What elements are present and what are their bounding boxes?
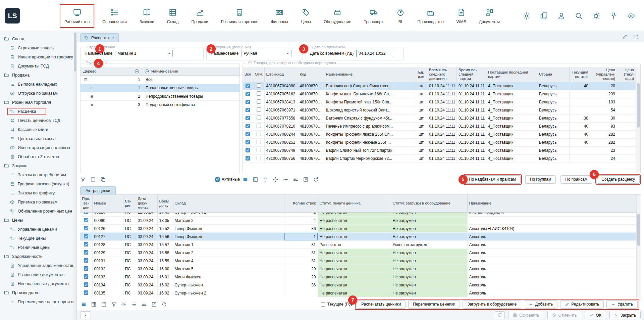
list-plus-icon[interactable] bbox=[141, 302, 147, 307]
sidebar-scrollbar[interactable] bbox=[73, 32, 76, 320]
ok-button[interactable]: ОК bbox=[585, 311, 606, 319]
cancel-button[interactable]: Отменить bbox=[547, 311, 582, 319]
sidebar-item-centralnaya-kassa[interactable]: Центральная касса bbox=[0, 134, 76, 143]
sidebar-item-grafiki-zakazov-zakupka[interactable]: Графики заказов (закупка) bbox=[0, 179, 76, 188]
sku-group-row[interactable]: ⊟1Все bbox=[80, 76, 239, 84]
sku-col-name[interactable]: Наименование bbox=[151, 69, 178, 73]
calendar-icon[interactable] bbox=[101, 302, 107, 307]
act-row[interactable]: 00129ПС03.09.2415:58Магазин 231Не распеч… bbox=[80, 249, 636, 257]
goods-mark-checkbox[interactable] bbox=[257, 140, 261, 144]
nav-item-sales[interactable]: Продажи bbox=[187, 4, 213, 28]
sidebar-section-sklad[interactable]: Склад bbox=[0, 34, 76, 43]
act-posted-checkbox[interactable] bbox=[84, 274, 88, 279]
more-menu-button[interactable]: ⋮ bbox=[80, 311, 91, 319]
sku-group-row[interactable]: ⊕2Непродовольственные товары bbox=[80, 92, 239, 101]
load-to-equipment-button[interactable]: Загрузить в оборудование bbox=[463, 300, 521, 309]
nav-item-purchases[interactable]: Закупки bbox=[135, 4, 159, 28]
goods-mark-checkbox[interactable] bbox=[257, 132, 261, 136]
export-icon[interactable] bbox=[151, 302, 157, 307]
datetime-input[interactable]: 04.10.24 10:32 bbox=[356, 50, 393, 57]
sort-up-icon[interactable] bbox=[135, 69, 140, 74]
act-scrollbar-thumb[interactable] bbox=[637, 214, 640, 246]
edit-button[interactable]: Редактировать bbox=[560, 300, 604, 309]
settings-gear-icon[interactable] bbox=[522, 12, 531, 20]
current-f6-checkbox[interactable]: Текущие (F6) bbox=[321, 302, 352, 307]
goods-mark-checkbox[interactable] bbox=[257, 116, 261, 120]
act-row[interactable]: 00134ПС03.09.2416:02Супер-Фьюжен36Не рас… bbox=[80, 281, 636, 289]
goods-row[interactable]: 481006708075648100670…Вафли Спартак Черн… bbox=[243, 154, 636, 163]
active-checkbox-box[interactable] bbox=[215, 177, 220, 182]
nav-item-documents[interactable]: Документы bbox=[474, 4, 504, 28]
sidebar-section-prodazha[interactable]: Продажа bbox=[0, 71, 76, 80]
goods-row[interactable]: 481006700408048100670…Батончик ваф.Спарт… bbox=[243, 82, 636, 90]
act-posted-checkbox[interactable] bbox=[84, 218, 88, 222]
refresh2-icon[interactable] bbox=[161, 302, 167, 307]
settings-gear-icon[interactable] bbox=[121, 302, 127, 307]
fullscreen-icon[interactable] bbox=[633, 34, 639, 40]
create-rascenka-button[interactable]: Создать расценку bbox=[597, 175, 640, 184]
act-row[interactable]: 00131ПС03.09.2415:59Магазин 431Не распеч… bbox=[80, 257, 636, 265]
goods-mark-checkbox[interactable] bbox=[257, 156, 261, 160]
nav-item-finance[interactable]: Финансы bbox=[266, 4, 292, 28]
tree-toggle-icon[interactable]: ● bbox=[89, 102, 95, 107]
delete-button[interactable]: Удалить bbox=[606, 300, 638, 309]
act-row[interactable]: 00126ПС03.09.2415:52Гипер-Фьюжен36Не рас… bbox=[80, 225, 636, 233]
goods-include-checkbox[interactable] bbox=[246, 132, 250, 136]
act-posted-checkbox[interactable] bbox=[84, 234, 88, 238]
sidebar-item-roznichnye-ceny[interactable]: Розничные цены bbox=[0, 243, 76, 252]
panel-icon[interactable] bbox=[90, 177, 96, 182]
sidebar-item-otgruzka-po-zakazam[interactable]: Отгрузка по заказам bbox=[0, 89, 76, 98]
act-col-load-status[interactable]: Статус загрузки в оборудование bbox=[391, 195, 467, 212]
funnel-icon[interactable] bbox=[111, 302, 117, 307]
act-col-doc-date[interactable]: Дата доку-мента bbox=[136, 195, 157, 212]
nav-item-wms[interactable]: WMS bbox=[452, 4, 471, 28]
add-button[interactable]: Добавить bbox=[524, 300, 557, 309]
refresh-button[interactable] bbox=[495, 311, 505, 319]
goods-col-price-current[interactable]: Цена (теку-щая) bbox=[617, 67, 636, 82]
goods-row[interactable]: 481006706397148100670…Шоколад пористый г… bbox=[243, 106, 636, 114]
settings-gear-icon[interactable] bbox=[273, 177, 278, 182]
reprint-tags-button[interactable]: Перепечатать ценники bbox=[408, 300, 460, 309]
goods-mark-checkbox[interactable] bbox=[257, 91, 261, 96]
nav-item-equipment[interactable]: Оборудование bbox=[319, 4, 356, 28]
goods-include-checkbox[interactable] bbox=[246, 156, 250, 161]
sidebar-section-zakupka[interactable]: Закупка bbox=[0, 161, 76, 170]
sidebar-item-priemka-po-zakazam[interactable]: Приемка по заказам bbox=[0, 197, 76, 207]
active-filter-checkbox[interactable]: Активные bbox=[215, 177, 240, 182]
goods-col-unit[interactable]: Ед. изм bbox=[415, 67, 427, 82]
act-posted-checkbox[interactable] bbox=[84, 226, 88, 230]
sidebar-section-roznichnaya-torgovlya[interactable]: Розничная торговля bbox=[0, 98, 76, 107]
act-col-posted[interactable]: Про-ве-ден bbox=[80, 195, 92, 212]
eye-icon[interactable] bbox=[627, 12, 635, 20]
sidebar-item-tekushchie-ceny[interactable]: Текущие цены bbox=[0, 234, 76, 243]
copy-icon[interactable] bbox=[540, 12, 548, 20]
goods-col-batch-time[interactable]: Время по-следней партии bbox=[457, 67, 486, 82]
export-icon[interactable] bbox=[303, 177, 309, 182]
search-icon[interactable] bbox=[575, 12, 583, 20]
list-icon[interactable] bbox=[283, 177, 288, 182]
goods-row[interactable]: 481006708025148100670…Конфеты Трюфели не… bbox=[243, 138, 636, 146]
goods-scrollbar-thumb[interactable] bbox=[637, 83, 640, 128]
sidebar-item-strahovye-zapasy[interactable]: Страховые запасы bbox=[0, 43, 76, 52]
store-select[interactable]: Магазин 1 ▼ bbox=[115, 50, 173, 57]
nav-item-retail[interactable]: Розничная торговля bbox=[216, 4, 263, 28]
goods-mark-checkbox[interactable] bbox=[257, 107, 261, 112]
act-row[interactable]: 00127ПС03.09.2415:56Гипер-Фьюжен1Не расп… bbox=[80, 233, 636, 241]
by-prices-button[interactable]: По прайсам bbox=[560, 175, 592, 184]
sidebar-item-obrabotka-z-otchetov[interactable]: Обработка Z-отчетов bbox=[0, 152, 76, 161]
funnel-icon[interactable] bbox=[80, 177, 86, 182]
goods-col-code[interactable]: Код bbox=[298, 67, 324, 82]
act-col-doc-time[interactable]: Врем до-ку- bbox=[157, 195, 173, 212]
sku-group-row[interactable]: ⊕1Продовольственные товары bbox=[80, 84, 239, 92]
sidebar-item-neoplachennye-dokumenty[interactable]: Неоплаченные документы bbox=[0, 279, 76, 288]
act-posted-checkbox[interactable] bbox=[84, 213, 88, 215]
goods-row[interactable]: 481006702841348100670…Конфеты Прометей г… bbox=[243, 98, 636, 106]
goods-col-mark[interactable]: Отм. bbox=[253, 67, 264, 82]
sidebar-item-inventarizacii-po-grafiku[interactable]: Инвентаризации по графику bbox=[0, 52, 76, 61]
goods-mark-checkbox[interactable] bbox=[257, 124, 261, 128]
act-scrollbar[interactable] bbox=[636, 195, 641, 299]
act-posted-checkbox[interactable] bbox=[84, 290, 88, 295]
grid-icon[interactable] bbox=[253, 177, 258, 182]
act-col-note[interactable]: Примечание bbox=[467, 195, 636, 212]
tree-toggle-icon[interactable]: ⊕ bbox=[89, 86, 95, 90]
